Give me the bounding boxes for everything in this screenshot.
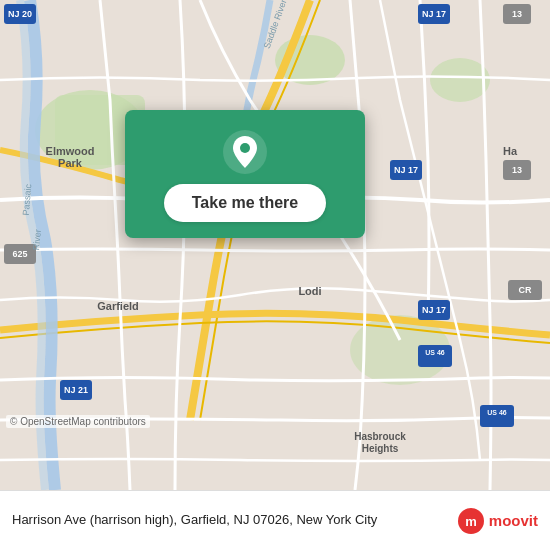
- svg-text:625: 625: [12, 249, 27, 259]
- svg-text:NJ 20: NJ 20: [8, 9, 32, 19]
- svg-text:13: 13: [512, 165, 522, 175]
- svg-text:NJ 21: NJ 21: [64, 385, 88, 395]
- moovit-logo: m moovit: [457, 507, 538, 535]
- copyright-notice: © OpenStreetMap contributors: [6, 415, 150, 428]
- svg-text:River: River: [31, 229, 43, 251]
- svg-text:Heights: Heights: [362, 443, 399, 454]
- svg-text:NJ 17: NJ 17: [422, 305, 446, 315]
- svg-text:Garfield: Garfield: [97, 300, 139, 312]
- svg-text:NJ 17: NJ 17: [422, 9, 446, 19]
- svg-text:Elmwood: Elmwood: [46, 145, 95, 157]
- svg-point-4: [430, 58, 490, 102]
- svg-point-39: [240, 143, 250, 153]
- svg-text:13: 13: [512, 9, 522, 19]
- svg-text:US 46: US 46: [487, 409, 507, 416]
- moovit-icon: m: [457, 507, 485, 535]
- bottom-bar: Harrison Ave (harrison high), Garfield, …: [0, 490, 550, 550]
- location-pin-icon: [223, 130, 267, 174]
- svg-text:Park: Park: [58, 157, 83, 169]
- svg-text:Lodi: Lodi: [298, 285, 321, 297]
- address-label: Harrison Ave (harrison high), Garfield, …: [12, 512, 449, 529]
- map-container: NJ 20 NJ 17 NJ 17 13 13 625 NJ 21 NJ 17 …: [0, 0, 550, 490]
- popup-overlay: Take me there: [125, 110, 365, 238]
- svg-text:US 46: US 46: [425, 349, 445, 356]
- svg-text:CR: CR: [519, 285, 532, 295]
- svg-text:Ha: Ha: [503, 145, 518, 157]
- moovit-text: moovit: [489, 512, 538, 529]
- take-me-there-button[interactable]: Take me there: [164, 184, 326, 222]
- svg-text:NJ 17: NJ 17: [394, 165, 418, 175]
- svg-text:m: m: [465, 514, 477, 529]
- svg-text:Hasbrouck: Hasbrouck: [354, 431, 406, 442]
